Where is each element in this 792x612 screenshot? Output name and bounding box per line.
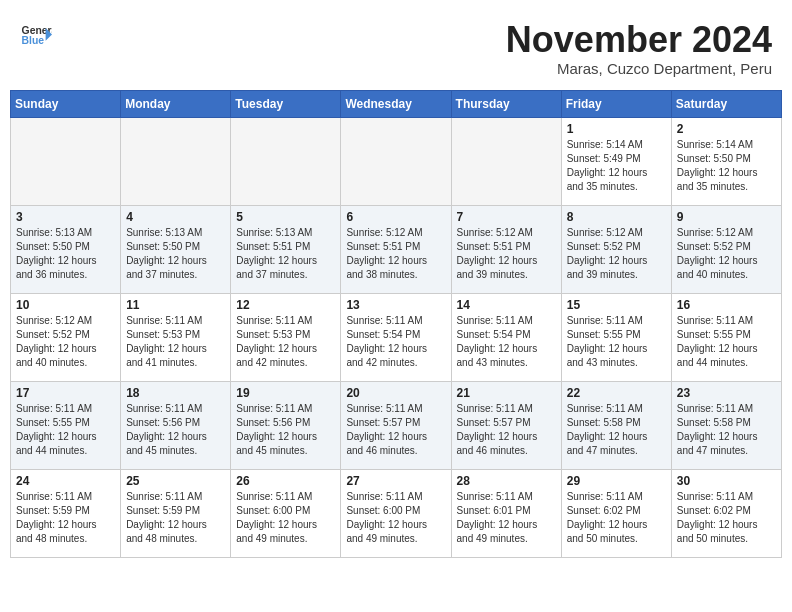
calendar-day-cell: 5Sunrise: 5:13 AMSunset: 5:51 PMDaylight… bbox=[231, 205, 341, 293]
day-number: 1 bbox=[567, 122, 666, 136]
day-number: 23 bbox=[677, 386, 776, 400]
calendar-day-cell bbox=[121, 117, 231, 205]
calendar-day-cell: 12Sunrise: 5:11 AMSunset: 5:53 PMDayligh… bbox=[231, 293, 341, 381]
day-number: 4 bbox=[126, 210, 225, 224]
calendar-day-cell: 30Sunrise: 5:11 AMSunset: 6:02 PMDayligh… bbox=[671, 469, 781, 557]
day-info: Sunrise: 5:11 AMSunset: 5:57 PMDaylight:… bbox=[346, 402, 445, 458]
calendar-day-cell: 15Sunrise: 5:11 AMSunset: 5:55 PMDayligh… bbox=[561, 293, 671, 381]
day-number: 9 bbox=[677, 210, 776, 224]
calendar-day-cell: 3Sunrise: 5:13 AMSunset: 5:50 PMDaylight… bbox=[11, 205, 121, 293]
day-of-week-header: Friday bbox=[561, 90, 671, 117]
day-number: 16 bbox=[677, 298, 776, 312]
day-number: 8 bbox=[567, 210, 666, 224]
day-info: Sunrise: 5:14 AMSunset: 5:49 PMDaylight:… bbox=[567, 138, 666, 194]
day-number: 2 bbox=[677, 122, 776, 136]
day-info: Sunrise: 5:11 AMSunset: 5:53 PMDaylight:… bbox=[236, 314, 335, 370]
day-number: 22 bbox=[567, 386, 666, 400]
day-number: 30 bbox=[677, 474, 776, 488]
day-info: Sunrise: 5:14 AMSunset: 5:50 PMDaylight:… bbox=[677, 138, 776, 194]
day-number: 25 bbox=[126, 474, 225, 488]
calendar-day-cell: 25Sunrise: 5:11 AMSunset: 5:59 PMDayligh… bbox=[121, 469, 231, 557]
day-info: Sunrise: 5:13 AMSunset: 5:50 PMDaylight:… bbox=[16, 226, 115, 282]
title-block: November 2024 Maras, Cuzco Department, P… bbox=[506, 20, 772, 77]
day-info: Sunrise: 5:11 AMSunset: 6:02 PMDaylight:… bbox=[677, 490, 776, 546]
day-info: Sunrise: 5:11 AMSunset: 5:56 PMDaylight:… bbox=[126, 402, 225, 458]
day-info: Sunrise: 5:13 AMSunset: 5:50 PMDaylight:… bbox=[126, 226, 225, 282]
calendar-table: SundayMondayTuesdayWednesdayThursdayFrid… bbox=[10, 90, 782, 558]
logo-icon: General Blue bbox=[20, 20, 52, 52]
calendar-day-cell: 23Sunrise: 5:11 AMSunset: 5:58 PMDayligh… bbox=[671, 381, 781, 469]
calendar-day-cell: 10Sunrise: 5:12 AMSunset: 5:52 PMDayligh… bbox=[11, 293, 121, 381]
calendar-day-cell: 1Sunrise: 5:14 AMSunset: 5:49 PMDaylight… bbox=[561, 117, 671, 205]
calendar-day-cell: 4Sunrise: 5:13 AMSunset: 5:50 PMDaylight… bbox=[121, 205, 231, 293]
svg-text:Blue: Blue bbox=[22, 35, 45, 46]
day-info: Sunrise: 5:11 AMSunset: 5:57 PMDaylight:… bbox=[457, 402, 556, 458]
calendar-week-row: 3Sunrise: 5:13 AMSunset: 5:50 PMDaylight… bbox=[11, 205, 782, 293]
day-of-week-header: Saturday bbox=[671, 90, 781, 117]
calendar-day-cell: 19Sunrise: 5:11 AMSunset: 5:56 PMDayligh… bbox=[231, 381, 341, 469]
day-of-week-header: Wednesday bbox=[341, 90, 451, 117]
day-number: 26 bbox=[236, 474, 335, 488]
day-info: Sunrise: 5:11 AMSunset: 5:54 PMDaylight:… bbox=[346, 314, 445, 370]
day-info: Sunrise: 5:11 AMSunset: 5:59 PMDaylight:… bbox=[16, 490, 115, 546]
calendar-week-row: 10Sunrise: 5:12 AMSunset: 5:52 PMDayligh… bbox=[11, 293, 782, 381]
day-number: 3 bbox=[16, 210, 115, 224]
calendar-day-cell: 18Sunrise: 5:11 AMSunset: 5:56 PMDayligh… bbox=[121, 381, 231, 469]
calendar-day-cell: 9Sunrise: 5:12 AMSunset: 5:52 PMDaylight… bbox=[671, 205, 781, 293]
calendar-day-cell: 22Sunrise: 5:11 AMSunset: 5:58 PMDayligh… bbox=[561, 381, 671, 469]
calendar-week-row: 24Sunrise: 5:11 AMSunset: 5:59 PMDayligh… bbox=[11, 469, 782, 557]
day-info: Sunrise: 5:12 AMSunset: 5:52 PMDaylight:… bbox=[677, 226, 776, 282]
day-number: 18 bbox=[126, 386, 225, 400]
day-number: 27 bbox=[346, 474, 445, 488]
month-title: November 2024 bbox=[506, 20, 772, 60]
day-info: Sunrise: 5:11 AMSunset: 5:54 PMDaylight:… bbox=[457, 314, 556, 370]
calendar-day-cell: 29Sunrise: 5:11 AMSunset: 6:02 PMDayligh… bbox=[561, 469, 671, 557]
day-number: 11 bbox=[126, 298, 225, 312]
calendar-day-cell: 17Sunrise: 5:11 AMSunset: 5:55 PMDayligh… bbox=[11, 381, 121, 469]
day-number: 7 bbox=[457, 210, 556, 224]
day-of-week-header: Thursday bbox=[451, 90, 561, 117]
day-of-week-header: Monday bbox=[121, 90, 231, 117]
calendar-day-cell: 11Sunrise: 5:11 AMSunset: 5:53 PMDayligh… bbox=[121, 293, 231, 381]
day-number: 24 bbox=[16, 474, 115, 488]
logo: General Blue bbox=[20, 20, 52, 52]
day-number: 17 bbox=[16, 386, 115, 400]
day-number: 5 bbox=[236, 210, 335, 224]
day-info: Sunrise: 5:11 AMSunset: 5:58 PMDaylight:… bbox=[567, 402, 666, 458]
day-number: 29 bbox=[567, 474, 666, 488]
day-number: 21 bbox=[457, 386, 556, 400]
day-number: 14 bbox=[457, 298, 556, 312]
day-of-week-header: Tuesday bbox=[231, 90, 341, 117]
calendar-day-cell: 8Sunrise: 5:12 AMSunset: 5:52 PMDaylight… bbox=[561, 205, 671, 293]
day-info: Sunrise: 5:12 AMSunset: 5:52 PMDaylight:… bbox=[567, 226, 666, 282]
day-info: Sunrise: 5:12 AMSunset: 5:52 PMDaylight:… bbox=[16, 314, 115, 370]
calendar-day-cell bbox=[451, 117, 561, 205]
day-of-week-header: Sunday bbox=[11, 90, 121, 117]
calendar-day-cell: 21Sunrise: 5:11 AMSunset: 5:57 PMDayligh… bbox=[451, 381, 561, 469]
calendar-day-cell: 26Sunrise: 5:11 AMSunset: 6:00 PMDayligh… bbox=[231, 469, 341, 557]
day-number: 28 bbox=[457, 474, 556, 488]
day-info: Sunrise: 5:11 AMSunset: 6:02 PMDaylight:… bbox=[567, 490, 666, 546]
day-info: Sunrise: 5:11 AMSunset: 6:00 PMDaylight:… bbox=[236, 490, 335, 546]
day-number: 10 bbox=[16, 298, 115, 312]
day-number: 15 bbox=[567, 298, 666, 312]
calendar-day-cell: 14Sunrise: 5:11 AMSunset: 5:54 PMDayligh… bbox=[451, 293, 561, 381]
calendar-day-cell bbox=[231, 117, 341, 205]
page-header: General Blue November 2024 Maras, Cuzco … bbox=[10, 10, 782, 82]
calendar-day-cell: 13Sunrise: 5:11 AMSunset: 5:54 PMDayligh… bbox=[341, 293, 451, 381]
day-info: Sunrise: 5:11 AMSunset: 5:55 PMDaylight:… bbox=[677, 314, 776, 370]
day-number: 13 bbox=[346, 298, 445, 312]
day-info: Sunrise: 5:13 AMSunset: 5:51 PMDaylight:… bbox=[236, 226, 335, 282]
calendar-day-cell: 16Sunrise: 5:11 AMSunset: 5:55 PMDayligh… bbox=[671, 293, 781, 381]
day-info: Sunrise: 5:11 AMSunset: 5:55 PMDaylight:… bbox=[16, 402, 115, 458]
calendar-day-cell: 6Sunrise: 5:12 AMSunset: 5:51 PMDaylight… bbox=[341, 205, 451, 293]
day-number: 20 bbox=[346, 386, 445, 400]
calendar-day-cell bbox=[11, 117, 121, 205]
calendar-day-cell: 2Sunrise: 5:14 AMSunset: 5:50 PMDaylight… bbox=[671, 117, 781, 205]
calendar-day-cell: 28Sunrise: 5:11 AMSunset: 6:01 PMDayligh… bbox=[451, 469, 561, 557]
day-info: Sunrise: 5:11 AMSunset: 5:56 PMDaylight:… bbox=[236, 402, 335, 458]
calendar-day-cell: 24Sunrise: 5:11 AMSunset: 5:59 PMDayligh… bbox=[11, 469, 121, 557]
day-info: Sunrise: 5:11 AMSunset: 5:53 PMDaylight:… bbox=[126, 314, 225, 370]
day-info: Sunrise: 5:11 AMSunset: 5:59 PMDaylight:… bbox=[126, 490, 225, 546]
day-info: Sunrise: 5:11 AMSunset: 5:58 PMDaylight:… bbox=[677, 402, 776, 458]
